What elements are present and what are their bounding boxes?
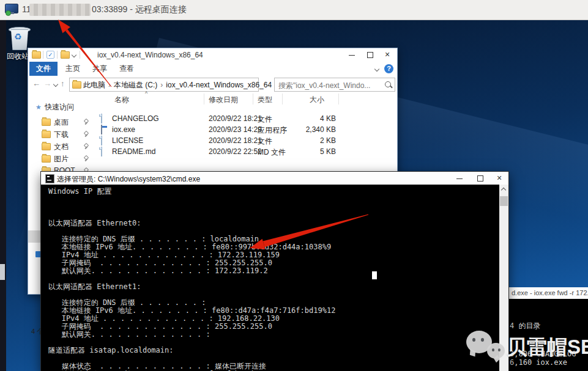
maximize-button[interactable] <box>362 48 377 61</box>
background-cmd-title: d.exe - iox.exe fwd -r 172.23 <box>512 289 588 296</box>
file-type: 应用程序 <box>258 125 287 136</box>
column-header-size[interactable]: 大小 <box>310 95 324 105</box>
sidebar-item-label: 图片 <box>54 154 69 164</box>
pin-icon <box>83 144 89 149</box>
search-input[interactable]: 搜索"iox_v0.4-next_Windo... <box>274 78 395 92</box>
help-icon[interactable]: ? <box>384 64 393 73</box>
close-button[interactable]: × <box>492 172 507 184</box>
folder-icon <box>42 155 51 163</box>
sidebar-item-文档[interactable]: 文档 <box>28 140 91 152</box>
tab-file[interactable]: 文件 <box>29 62 58 76</box>
forward-icon[interactable]: → <box>43 79 51 88</box>
desktop-edge-fragment <box>0 264 5 280</box>
cmd-cursor-block <box>372 271 377 279</box>
file-modified: 2020/9/22 18:21 <box>209 136 262 145</box>
recycle-bin-label: 回收站 <box>7 51 29 62</box>
cmd-titlebar[interactable]: 选择管理员: C:\Windows\system32\cmd.exe × <box>41 172 508 185</box>
breadcrumb-drive-c[interactable]: 本地磁盘 (C:) <box>114 81 157 89</box>
recycle-glyph: ♻ <box>14 32 22 42</box>
file-name: README.md <box>112 147 155 156</box>
file-modified: 2020/9/22 22:52 <box>209 147 262 156</box>
sidebar-item-label: 下载 <box>54 130 69 140</box>
cmd-window: 选择管理员: C:\Windows\system32\cmd.exe × Win… <box>40 171 509 371</box>
quick-access-folder-icon[interactable] <box>61 51 70 59</box>
desktop-edge-strip <box>0 20 6 371</box>
recent-locations-icon[interactable] <box>53 82 58 87</box>
pin-icon <box>83 156 89 161</box>
sort-asc-icon[interactable]: ^ <box>145 90 147 97</box>
redacted-ip-blur <box>29 4 91 16</box>
close-button[interactable]: × <box>380 48 395 61</box>
file-modified: 2020/9/22 18:21 <box>209 114 262 123</box>
file-icon <box>101 147 102 156</box>
rdp-connection-bar[interactable]: 11 03:33899 - 远程桌面连接 <box>0 0 588 20</box>
file-size: 2 KB <box>287 136 336 145</box>
file-name: iox.exe <box>112 125 135 134</box>
sidebar-item-quick-access[interactable]: ★快速访问 <box>35 102 74 112</box>
column-header-modified[interactable]: 修改日期 <box>209 95 238 105</box>
folder-icon <box>42 119 51 126</box>
tab-home[interactable]: 主页 <box>60 62 86 76</box>
address-bar[interactable]: 此电脑›本地磁盘 (C:)›iox_v0.4-next_Windows_x86_… <box>69 78 259 92</box>
watermark: 贝雷帽SEC <box>463 326 585 370</box>
application-icon <box>101 125 102 134</box>
explorer-window-title: iox_v0.4-next_Windows_x86_64 <box>97 51 203 59</box>
up-icon[interactable]: ↑ <box>61 79 65 88</box>
rdp-monitor-icon <box>5 4 18 15</box>
sidebar-item-桌面[interactable]: 桌面 <box>28 116 91 128</box>
file-name: LICENSE <box>112 136 143 145</box>
star-icon: ★ <box>35 103 42 111</box>
file-row[interactable]: iox.exe2020/9/23 14:29应用程序2,340 KB <box>91 124 373 135</box>
search-icon[interactable] <box>385 81 391 87</box>
file-row[interactable]: CHANGELOG2020/9/22 18:21文件4 KB <box>91 113 373 124</box>
search-placeholder: 搜索"iox_v0.4-next_Windo... <box>278 81 370 91</box>
breadcrumb[interactable]: 此电脑›本地磁盘 (C:)›iox_v0.4-next_Windows_x86_… <box>83 80 272 90</box>
minimize-button[interactable] <box>344 48 359 61</box>
file-name: CHANGELOG <box>112 114 159 123</box>
pin-icon <box>83 131 89 137</box>
file-row[interactable]: README.md2020/9/22 22:52MD 文件5 KB <box>91 146 373 157</box>
file-row[interactable]: LICENSE2020/9/22 18:21文件2 KB <box>91 135 373 146</box>
ribbon-collapse-icon[interactable] <box>374 67 379 72</box>
breadcrumb-this-pc[interactable]: 此电脑 <box>83 81 105 89</box>
recycle-bin-icon[interactable]: ♻ <box>9 26 29 50</box>
sidebar-item-label: 文档 <box>54 142 69 152</box>
file-modified: 2020/9/23 14:29 <box>209 125 262 134</box>
back-icon[interactable]: ← <box>32 79 40 88</box>
background-cmd-titlebar[interactable]: d.exe - iox.exe fwd -r 172.23 <box>508 287 588 299</box>
cmd-window-title: 选择管理员: C:\Windows\system32\cmd.exe <box>57 174 200 185</box>
scroll-up-icon[interactable] <box>501 188 506 193</box>
sidebar-item-label: 桌面 <box>54 117 69 128</box>
explorer-address-row: ← → ↑ 此电脑›本地磁盘 (C:)›iox_v0.4-next_Window… <box>28 76 397 93</box>
quick-access-check-icon[interactable]: ✓ <box>47 51 54 59</box>
cmd-output: Windows IP 配置 以太网适配器 Ethernet0: 连接特定的 DN… <box>48 188 335 371</box>
tab-share[interactable]: 共享 <box>87 62 113 76</box>
file-size: 4 KB <box>287 114 336 123</box>
explorer-titlebar[interactable]: ✓ iox_v0.4-next_Windows_x86_64 × <box>28 48 397 62</box>
cmd-icon <box>45 174 54 183</box>
scrollbar-thumb[interactable] <box>500 196 508 206</box>
file-type: 文件 <box>258 136 272 147</box>
file-size: 5 KB <box>287 147 336 156</box>
wechat-icon <box>487 343 505 359</box>
sidebar-item-下载[interactable]: 下载 <box>28 128 91 140</box>
rdp-title-suffix: 03:33899 - 远程桌面连接 <box>92 4 187 15</box>
minimize-button[interactable] <box>452 172 467 184</box>
explorer-ribbon: 文件 主页 共享 查看 ? <box>28 62 397 77</box>
address-folder-icon <box>72 81 81 89</box>
pin-icon <box>83 119 89 125</box>
rdp-session-screen: ♻ 回收站 d.exe - iox.exe fwd -r 172.23 4 的目… <box>0 0 588 371</box>
tab-view[interactable]: 查看 <box>114 62 140 76</box>
file-type: 文件 <box>258 114 272 125</box>
file-icon <box>101 136 102 145</box>
column-header-type[interactable]: 类型 <box>258 95 272 105</box>
window-folder-icon <box>32 51 41 59</box>
folder-icon <box>42 143 51 150</box>
chevron-down-icon[interactable] <box>72 53 76 57</box>
sidebar-item-图片[interactable]: 图片 <box>28 152 91 164</box>
breadcrumb-current-folder[interactable]: iox_v0.4-next_Windows_x86_64 <box>166 81 272 89</box>
file-type: MD 文件 <box>258 147 286 158</box>
column-header-name[interactable]: 名称 <box>114 95 129 105</box>
maximize-button[interactable] <box>472 172 487 184</box>
file-icon <box>101 114 102 123</box>
